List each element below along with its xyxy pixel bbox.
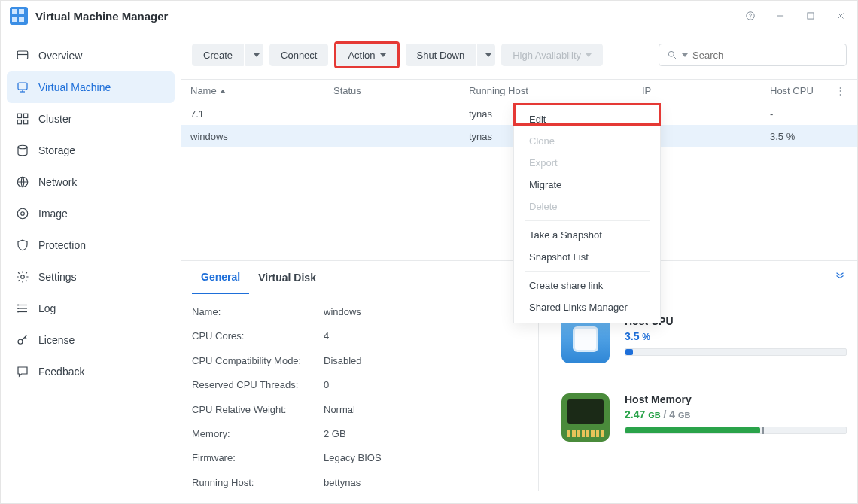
connect-button[interactable]: Connect <box>269 44 328 66</box>
sidebar-item-label: Storage <box>38 144 75 156</box>
create-caret[interactable] <box>245 44 263 66</box>
shutdown-button[interactable]: Shut Down <box>406 44 496 66</box>
chevron-down-icon <box>586 53 592 57</box>
prop-val: Normal <box>324 404 508 418</box>
close-icon[interactable] <box>833 8 848 23</box>
help-icon[interactable] <box>743 8 758 23</box>
sidebar-item-license[interactable]: License <box>7 324 175 356</box>
action-menu-snapshot-list[interactable]: Snapshot List <box>514 246 660 268</box>
col-cpu[interactable]: Host CPU <box>770 85 830 96</box>
chat-icon <box>16 365 29 378</box>
svg-point-24 <box>18 308 19 309</box>
sidebar-item-label: License <box>38 334 75 346</box>
action-menu-edit[interactable]: Edit <box>514 108 660 130</box>
prop-key: Running Host: <box>192 477 324 491</box>
menu-separator <box>525 220 650 221</box>
sidebar-item-cluster[interactable]: Cluster <box>7 103 175 135</box>
sidebar-item-label: Image <box>38 208 68 220</box>
col-ip[interactable]: IP <box>642 85 770 96</box>
sidebar-item-label: Overview <box>38 50 82 62</box>
memory-icon <box>561 393 610 442</box>
window-title: Virtual Machine Manager <box>35 10 728 23</box>
search-field[interactable] <box>692 50 838 61</box>
action-menu-shared-links-mgr[interactable]: Shared Links Manager <box>514 296 660 318</box>
cell-cpu: 3.5 % <box>770 131 830 142</box>
sidebar-item-storage[interactable]: Storage <box>7 135 175 166</box>
svg-rect-3 <box>808 13 814 19</box>
sidebar-item-virtual-machine[interactable]: Virtual Machine <box>7 71 175 103</box>
maximize-icon[interactable] <box>803 8 818 23</box>
cpu-unit: % <box>642 332 650 342</box>
action-button[interactable]: Action <box>336 44 397 66</box>
tab-general[interactable]: General <box>192 261 249 294</box>
prop-val: 2 GB <box>324 428 508 442</box>
prop-val: bettynas <box>324 477 508 491</box>
sidebar-item-network[interactable]: Network <box>7 166 175 198</box>
svg-point-18 <box>21 212 25 216</box>
sidebar-item-image[interactable]: Image <box>7 198 175 229</box>
mem-used-unit: GB <box>648 411 661 420</box>
shield-icon <box>16 238 29 252</box>
prop-val: 0 <box>324 379 508 393</box>
tab-virtual-disk[interactable]: Virtual Disk <box>249 261 325 294</box>
network-icon <box>16 175 29 189</box>
svg-rect-12 <box>24 114 28 117</box>
prop-val: 4 <box>324 330 508 345</box>
sidebar-item-feedback[interactable]: Feedback <box>7 356 175 387</box>
shutdown-caret[interactable] <box>477 44 495 66</box>
action-menu: Edit Clone Export Migrate Delete Take a … <box>513 103 661 323</box>
sidebar-item-label: Feedback <box>38 366 84 378</box>
columns-menu-icon[interactable]: ⋮ <box>830 85 845 96</box>
prop-val: Disabled <box>324 355 508 369</box>
action-menu-migrate[interactable]: Migrate <box>514 174 660 196</box>
shutdown-label: Shut Down <box>417 50 465 61</box>
overview-icon <box>16 49 29 62</box>
sidebar-item-log[interactable]: Log <box>7 293 175 324</box>
create-button[interactable]: Create <box>192 44 263 66</box>
sidebar-item-label: Settings <box>38 271 77 283</box>
cluster-icon <box>16 112 29 126</box>
prop-val: windows <box>324 306 508 320</box>
ha-button[interactable]: High Availability <box>501 44 603 66</box>
connect-label: Connect <box>281 50 317 61</box>
cell-cpu: - <box>770 108 830 120</box>
search-input[interactable] <box>659 44 847 66</box>
prop-key: Firmware: <box>192 452 324 466</box>
vm-properties: Name:windows CPU Cores:4 CPU Compatibili… <box>192 306 508 491</box>
col-host[interactable]: Running Host <box>469 85 642 96</box>
action-menu-clone[interactable]: Clone <box>514 130 660 152</box>
svg-rect-14 <box>24 120 28 124</box>
action-menu-delete[interactable]: Delete <box>514 196 660 217</box>
col-status[interactable]: Status <box>333 85 469 96</box>
sidebar-item-label: Protection <box>38 239 86 251</box>
mem-used: 2.47 <box>625 408 645 421</box>
prop-val: Legacy BIOS <box>324 452 508 466</box>
action-menu-export[interactable]: Export <box>514 152 660 174</box>
sidebar-item-settings[interactable]: Settings <box>7 261 175 293</box>
sidebar-item-protection[interactable]: Protection <box>7 229 175 261</box>
svg-point-1 <box>750 17 751 18</box>
key-icon <box>16 333 29 347</box>
app-icon <box>10 7 28 25</box>
sidebar-item-overview[interactable]: Overview <box>7 40 175 71</box>
svg-rect-8 <box>18 83 27 90</box>
storage-icon <box>16 144 29 157</box>
sidebar: Overview Virtual Machine Cluster Storage… <box>1 31 181 503</box>
svg-point-19 <box>21 275 25 279</box>
collapse-icon[interactable] <box>833 270 847 286</box>
svg-point-26 <box>18 339 23 344</box>
chevron-down-icon <box>485 53 491 57</box>
action-menu-share-link[interactable]: Create share link <box>514 275 660 296</box>
search-icon <box>667 50 677 60</box>
action-menu-snapshot[interactable]: Take a Snapshot <box>514 224 660 246</box>
sidebar-item-label: Virtual Machine <box>38 81 111 93</box>
minimize-icon[interactable] <box>773 8 788 23</box>
col-name[interactable]: Name <box>190 85 333 96</box>
chevron-down-icon <box>254 53 260 57</box>
svg-point-25 <box>18 311 19 312</box>
prop-key: Memory: <box>192 428 324 442</box>
prop-key: Name: <box>192 306 324 320</box>
vm-icon <box>16 80 29 94</box>
cpu-value: 3.5 <box>625 330 639 342</box>
svg-rect-11 <box>17 114 21 117</box>
